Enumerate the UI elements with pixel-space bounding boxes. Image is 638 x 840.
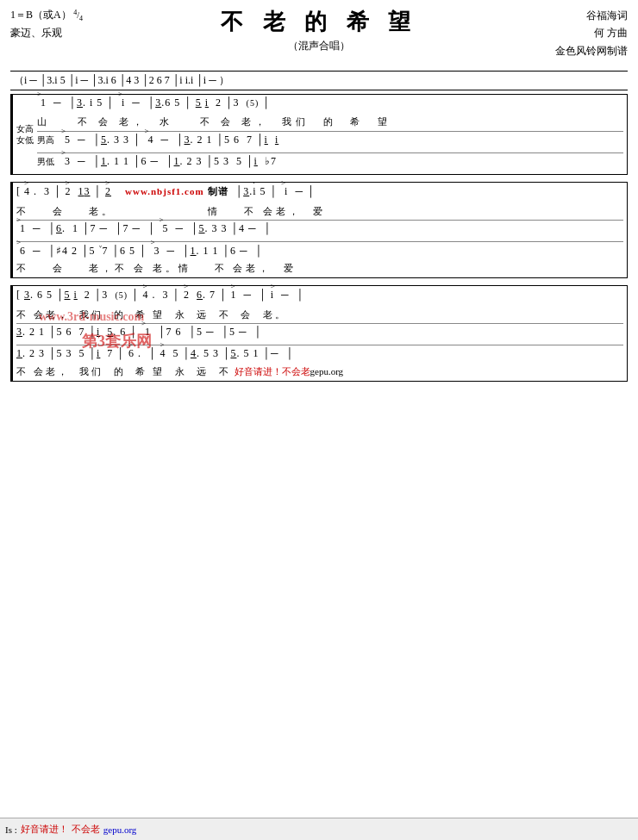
- watermark1b: 制谱: [208, 186, 228, 196]
- male-low-label: 男低: [37, 156, 61, 168]
- header-right: 谷福海词 何 方曲 金色风铃网制谱: [555, 7, 628, 59]
- s2-row1-music: [ >4 . 3 │ >2 13 │ >2 www.nbjsf1.com 制谱 …: [16, 185, 623, 204]
- s2-soprano-music: [ >4 . 3 │ >2 13 │ >2 www.nbjsf1.com 制谱 …: [16, 185, 315, 198]
- s3-lyrics3: 不 会老， 我们 的 希 望 永 远 不: [16, 365, 231, 378]
- divider3: [16, 220, 623, 221]
- header-center: 不 老 的 希 望 （混声合唱）: [221, 7, 417, 53]
- bottom-link1[interactable]: 好音请进！: [21, 823, 68, 836]
- female-lyrics-row: 山 不 会 老， 水 不 会 老， 我们 的 希 望: [37, 115, 623, 129]
- male-low-row: 男低 > 3 ─ │1. 1 1 │6 ─ │1. 2 3 │5 3 5 │i …: [37, 155, 623, 172]
- section1-bracket: 女高女低: [16, 96, 34, 172]
- divider2: [37, 152, 623, 153]
- male-high-label: 男高: [37, 134, 61, 146]
- male-high-music: > 5 ─ │5. 3 3 │ > 4 ─ │3. 2 1 │5 6 7 │i …: [61, 134, 278, 146]
- male-low-music: > 3 ─ │1. 1 1 │6 ─ │1. 2 3 │5 3 5 │i ♭7: [61, 155, 277, 168]
- watermark1: www.nbjsf1.com: [125, 186, 204, 196]
- watermark2-container: www.3rd-music.com: [39, 310, 144, 324]
- female-high-music: > 1 ─ │3. ·i 5 │ > i ─ │3.·6 5 │ 5 i 2 │…: [37, 96, 271, 109]
- s2-mh-notes: > 1 ─ │6. 1 │7 ─ │7 ─ │ > 5 ─ │5. 3 3 │4…: [16, 222, 272, 235]
- lyricist: 谷福海词: [555, 7, 628, 24]
- s2-lyrics3: 不 会 老，不 会 老。情 不 会老， 爱: [16, 263, 297, 273]
- s2-mh-music: > 1 ─ │6. 1 │7 ─ │7 ─ │ > 5 ─ │5. 3 3 │4…: [16, 222, 623, 240]
- s3-row3-lyrics: 不 会老， 我们 的 希 望 永 远 不 好音请进！不会老 gepu.org: [16, 364, 623, 378]
- divider4: [16, 241, 623, 242]
- s2-ml-music: > 6 ─ │♯4 2 │5 ᵛ7 │6 5 │ > 3 ─ │1. 1 1 │…: [16, 244, 623, 261]
- watermark3-container: 第3套乐网: [82, 331, 152, 352]
- watermark3: 第3套乐网: [82, 333, 152, 350]
- composer: 何 方曲: [555, 24, 628, 41]
- arranger: 金色风铃网制谱: [555, 42, 628, 59]
- s3-ml-notes: 1. 2 3 │5 3 5 │i 7 │ >6 . │ >4 5 │4. 5 3…: [16, 347, 294, 360]
- page-bottom: Is : 好音请进！ 不会老 gepu.org: [0, 818, 638, 840]
- section1-content: > 1 ─ │3. ·i 5 │ > i ─ │3.·6 5 │ 5 i 2 │…: [37, 96, 623, 172]
- header: 1＝B（或A） 4/4 豪迈、乐观 不 老 的 希 望 （混声合唱） 谷福海词 …: [10, 7, 628, 67]
- female-high-music-row: > 1 ─ │3. ·i 5 │ > i ─ │3.·6 5 │ 5 i 2 │…: [37, 96, 623, 115]
- s2-row1-lyrics: 不 会 老。 情 不 会老， 爱: [16, 204, 623, 218]
- section3: www.3rd-music.com 第3套乐网 [ 3. 6 5 │5 i 2 …: [10, 285, 628, 382]
- page: 1＝B（或A） 4/4 豪迈、乐观 不 老 的 希 望 （混声合唱） 谷福海词 …: [0, 0, 638, 840]
- song-title: 不 老 的 希 望: [221, 7, 417, 37]
- section1: 女高女低 > 1 ─ │3. ·i 5 │ > i ─ │3.·6 5 │ 5 …: [10, 94, 628, 175]
- voice-label-female: 女高女低: [16, 123, 34, 146]
- bottom-link2[interactable]: 不会老: [72, 823, 100, 836]
- song-subtitle: （混声合唱）: [221, 39, 417, 53]
- bottom-label: Is :: [5, 824, 17, 835]
- male-high-row: 男高 > 5 ─ │5. 3 3 │ > 4 ─ │3. 2 1 │5 6 7 …: [37, 134, 623, 151]
- female-lyrics: 山 不 会 老， 水 不 会 老， 我们 的 希 望: [37, 115, 391, 128]
- tempo-marking: 豪迈、乐观: [10, 25, 83, 41]
- s3-soprano-notes: [ 3. 6 5 │5 i 2 │3 (5) │ >4 . 3 │ >2 6. …: [16, 289, 304, 302]
- s3-lyrics-site: gepu.org: [310, 366, 344, 376]
- s2-lyrics1: 不 会 老。 情 不 会老， 爱: [16, 206, 326, 216]
- s3-lyrics-link[interactable]: 好音请进！不会老: [235, 365, 310, 378]
- section2: [ >4 . 3 │ >2 13 │ >2 www.nbjsf1.com 制谱 …: [10, 182, 628, 278]
- divider1: [37, 131, 623, 132]
- s3-row1-music: [ 3. 6 5 │5 i 2 │3 (5) │ >4 . 3 │ >2 6. …: [16, 289, 623, 308]
- s2-ml-notes: > 6 ─ │♯4 2 │5 ᵛ7 │6 5 │ > 3 ─ │1. 1 1 │…: [16, 244, 263, 258]
- s2-row3-lyrics: 不 会 老，不 会 老。情 不 会老， 爱: [16, 261, 623, 275]
- watermark2: www.3rd-music.com: [39, 310, 144, 323]
- key-line: （i ─ │3.i 5 │i ─ │3.i 6 │4 3 │2 6 7 │i i…: [10, 71, 628, 90]
- key-signature: 1＝B（或A） 4/4: [10, 7, 83, 25]
- header-left: 1＝B（或A） 4/4 豪迈、乐观: [10, 7, 83, 41]
- bottom-link3[interactable]: gepu.org: [103, 824, 137, 835]
